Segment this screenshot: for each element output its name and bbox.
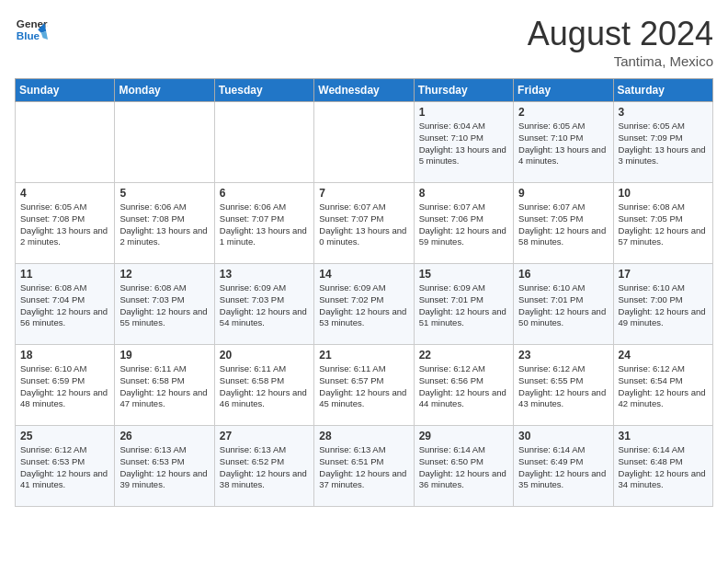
calendar-cell: 13Sunrise: 6:09 AMSunset: 7:03 PMDayligh… xyxy=(214,264,313,345)
cell-info: Sunrise: 6:08 AMSunset: 7:03 PMDaylight:… xyxy=(119,282,207,327)
calendar-cell: 29Sunrise: 6:14 AMSunset: 6:50 PMDayligh… xyxy=(414,426,513,507)
calendar-cell: 24Sunrise: 6:12 AMSunset: 6:54 PMDayligh… xyxy=(613,345,712,426)
cell-info: Sunrise: 6:14 AMSunset: 6:50 PMDaylight:… xyxy=(419,444,506,489)
calendar-cell: 5Sunrise: 6:06 AMSunset: 7:08 PMDaylight… xyxy=(115,183,214,264)
calendar-cell: 22Sunrise: 6:12 AMSunset: 6:56 PMDayligh… xyxy=(414,345,513,426)
calendar-cell: 25Sunrise: 6:12 AMSunset: 6:53 PMDayligh… xyxy=(16,426,115,507)
day-number: 24 xyxy=(619,349,708,362)
calendar-cell: 10Sunrise: 6:08 AMSunset: 7:05 PMDayligh… xyxy=(613,183,712,264)
day-number: 16 xyxy=(518,268,608,281)
cell-info: Sunrise: 6:09 AMSunset: 7:03 PMDaylight:… xyxy=(220,282,307,327)
calendar-table: SundayMondayTuesdayWednesdayThursdayFrid… xyxy=(15,78,713,507)
day-number: 21 xyxy=(319,349,408,362)
calendar-cell: 30Sunrise: 6:14 AMSunset: 6:49 PMDayligh… xyxy=(514,426,613,507)
day-number: 3 xyxy=(619,106,708,119)
cell-info: Sunrise: 6:13 AMSunset: 6:53 PMDaylight:… xyxy=(119,444,207,489)
calendar-cell: 27Sunrise: 6:13 AMSunset: 6:52 PMDayligh… xyxy=(214,426,313,507)
cell-info: Sunrise: 6:10 AMSunset: 6:59 PMDaylight:… xyxy=(20,363,108,408)
calendar-week-row: 4Sunrise: 6:05 AMSunset: 7:08 PMDaylight… xyxy=(16,183,713,264)
cell-info: Sunrise: 6:14 AMSunset: 6:49 PMDaylight:… xyxy=(518,444,606,489)
day-number: 7 xyxy=(319,187,408,200)
day-number: 12 xyxy=(119,268,209,281)
calendar-cell: 18Sunrise: 6:10 AMSunset: 6:59 PMDayligh… xyxy=(16,345,115,426)
cell-info: Sunrise: 6:04 AMSunset: 7:10 PMDaylight:… xyxy=(419,121,506,166)
calendar-cell: 21Sunrise: 6:11 AMSunset: 6:57 PMDayligh… xyxy=(314,345,414,426)
day-number: 6 xyxy=(220,187,309,200)
calendar-cell: 19Sunrise: 6:11 AMSunset: 6:58 PMDayligh… xyxy=(115,345,214,426)
day-header-sunday: Sunday xyxy=(16,79,115,102)
day-number: 20 xyxy=(220,349,309,362)
day-number: 19 xyxy=(119,349,209,362)
cell-info: Sunrise: 6:12 AMSunset: 6:53 PMDaylight:… xyxy=(20,444,108,489)
day-number: 2 xyxy=(518,106,608,119)
calendar-cell: 23Sunrise: 6:12 AMSunset: 6:55 PMDayligh… xyxy=(514,345,613,426)
svg-text:Blue: Blue xyxy=(17,29,40,41)
month-year-title: August 2024 xyxy=(528,15,713,53)
calendar-cell: 8Sunrise: 6:07 AMSunset: 7:06 PMDaylight… xyxy=(414,183,513,264)
cell-info: Sunrise: 6:06 AMSunset: 7:08 PMDaylight:… xyxy=(119,201,207,247)
cell-info: Sunrise: 6:14 AMSunset: 6:48 PMDaylight:… xyxy=(619,444,706,489)
day-number: 29 xyxy=(419,430,508,442)
calendar-cell xyxy=(214,102,313,183)
day-number: 8 xyxy=(419,187,508,200)
calendar-cell: 4Sunrise: 6:05 AMSunset: 7:08 PMDaylight… xyxy=(16,183,115,264)
cell-info: Sunrise: 6:11 AMSunset: 6:58 PMDaylight:… xyxy=(220,363,307,408)
calendar-cell: 1Sunrise: 6:04 AMSunset: 7:10 PMDaylight… xyxy=(414,102,513,183)
calendar-week-row: 1Sunrise: 6:04 AMSunset: 7:10 PMDaylight… xyxy=(16,102,713,183)
calendar-week-row: 25Sunrise: 6:12 AMSunset: 6:53 PMDayligh… xyxy=(16,426,713,507)
day-number: 25 xyxy=(20,430,109,442)
cell-info: Sunrise: 6:06 AMSunset: 7:07 PMDaylight:… xyxy=(220,201,307,247)
calendar-cell: 16Sunrise: 6:10 AMSunset: 7:01 PMDayligh… xyxy=(514,264,613,345)
cell-info: Sunrise: 6:07 AMSunset: 7:06 PMDaylight:… xyxy=(419,201,506,247)
page-header: General Blue August 2024 Tantima, Mexico xyxy=(15,15,713,69)
calendar-cell: 17Sunrise: 6:10 AMSunset: 7:00 PMDayligh… xyxy=(613,264,712,345)
title-block: August 2024 Tantima, Mexico xyxy=(528,15,713,69)
day-number: 17 xyxy=(619,268,708,281)
cell-info: Sunrise: 6:10 AMSunset: 7:00 PMDaylight:… xyxy=(619,282,706,327)
day-header-friday: Friday xyxy=(514,79,613,102)
day-header-tuesday: Tuesday xyxy=(214,79,313,102)
calendar-cell: 9Sunrise: 6:07 AMSunset: 7:05 PMDaylight… xyxy=(514,183,613,264)
cell-info: Sunrise: 6:07 AMSunset: 7:07 PMDaylight:… xyxy=(319,201,406,247)
cell-info: Sunrise: 6:05 AMSunset: 7:08 PMDaylight:… xyxy=(20,201,108,247)
calendar-cell: 20Sunrise: 6:11 AMSunset: 6:58 PMDayligh… xyxy=(214,345,313,426)
day-number: 22 xyxy=(419,349,508,362)
cell-info: Sunrise: 6:11 AMSunset: 6:57 PMDaylight:… xyxy=(319,363,406,408)
cell-info: Sunrise: 6:13 AMSunset: 6:51 PMDaylight:… xyxy=(319,444,406,489)
calendar-cell: 14Sunrise: 6:09 AMSunset: 7:02 PMDayligh… xyxy=(314,264,414,345)
day-number: 13 xyxy=(220,268,309,281)
day-header-thursday: Thursday xyxy=(414,79,513,102)
cell-info: Sunrise: 6:12 AMSunset: 6:54 PMDaylight:… xyxy=(619,363,706,408)
cell-info: Sunrise: 6:09 AMSunset: 7:01 PMDaylight:… xyxy=(419,282,506,327)
day-number: 14 xyxy=(319,268,408,281)
day-header-saturday: Saturday xyxy=(613,79,712,102)
cell-info: Sunrise: 6:10 AMSunset: 7:01 PMDaylight:… xyxy=(518,282,606,327)
day-number: 5 xyxy=(119,187,209,200)
calendar-cell: 3Sunrise: 6:05 AMSunset: 7:09 PMDaylight… xyxy=(613,102,712,183)
calendar-cell: 28Sunrise: 6:13 AMSunset: 6:51 PMDayligh… xyxy=(314,426,414,507)
cell-info: Sunrise: 6:09 AMSunset: 7:02 PMDaylight:… xyxy=(319,282,406,327)
day-number: 23 xyxy=(518,349,608,362)
calendar-cell: 12Sunrise: 6:08 AMSunset: 7:03 PMDayligh… xyxy=(115,264,214,345)
calendar-header-row: SundayMondayTuesdayWednesdayThursdayFrid… xyxy=(16,79,713,102)
logo-icon: General Blue xyxy=(15,15,48,48)
day-number: 11 xyxy=(20,268,109,281)
calendar-cell: 7Sunrise: 6:07 AMSunset: 7:07 PMDaylight… xyxy=(314,183,414,264)
day-number: 30 xyxy=(518,430,608,442)
cell-info: Sunrise: 6:07 AMSunset: 7:05 PMDaylight:… xyxy=(518,201,606,247)
day-number: 31 xyxy=(619,430,708,442)
calendar-cell: 2Sunrise: 6:05 AMSunset: 7:10 PMDaylight… xyxy=(514,102,613,183)
calendar-cell xyxy=(314,102,414,183)
location-subtitle: Tantima, Mexico xyxy=(528,53,713,69)
cell-info: Sunrise: 6:12 AMSunset: 6:56 PMDaylight:… xyxy=(419,363,506,408)
calendar-cell: 15Sunrise: 6:09 AMSunset: 7:01 PMDayligh… xyxy=(414,264,513,345)
day-number: 9 xyxy=(518,187,608,200)
calendar-cell xyxy=(115,102,214,183)
day-header-monday: Monday xyxy=(115,79,214,102)
day-number: 1 xyxy=(419,106,508,119)
day-number: 4 xyxy=(20,187,109,200)
cell-info: Sunrise: 6:05 AMSunset: 7:09 PMDaylight:… xyxy=(619,121,706,166)
logo: General Blue xyxy=(15,15,48,48)
day-number: 28 xyxy=(319,430,408,442)
calendar-cell: 26Sunrise: 6:13 AMSunset: 6:53 PMDayligh… xyxy=(115,426,214,507)
